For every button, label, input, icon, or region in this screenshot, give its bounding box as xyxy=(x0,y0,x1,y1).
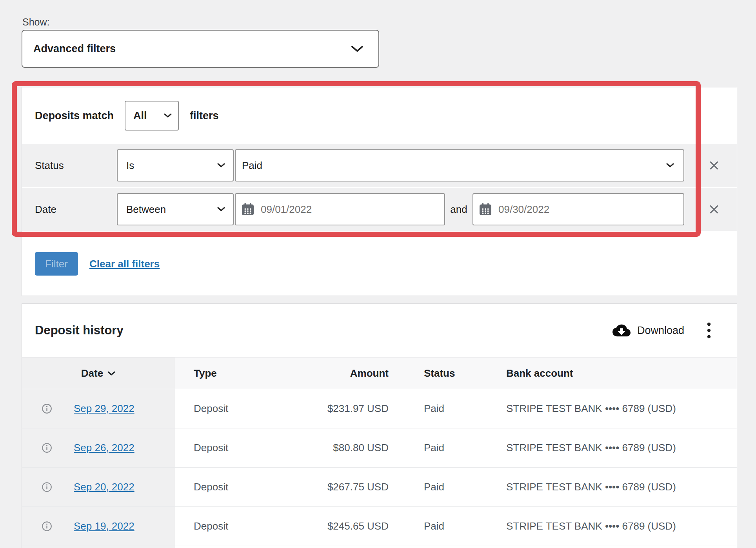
table-row-partial xyxy=(22,546,737,548)
advanced-filters-dropdown[interactable]: Advanced filters xyxy=(22,30,379,68)
date-operator-value: Between xyxy=(126,203,166,216)
deposit-date-link[interactable]: Sep 19, 2022 xyxy=(74,507,134,546)
deposit-amount: $267.75 USD xyxy=(257,468,389,506)
deposit-amount: $80.80 USD xyxy=(257,428,389,467)
column-header-status: Status xyxy=(424,357,455,389)
deposit-bank-account: STRIPE TEST BANK •••• 6789 (USD) xyxy=(506,428,676,467)
calendar-icon xyxy=(478,201,493,217)
table-row: Sep 19, 2022 Deposit $245.65 USD Paid ST… xyxy=(22,507,737,546)
sorted-column-highlight xyxy=(22,546,175,548)
status-filter-label: Status xyxy=(35,144,64,187)
date-filter-label: Date xyxy=(35,188,56,231)
date-from-value: 09/01/2022 xyxy=(261,203,312,216)
status-value-select[interactable]: Paid xyxy=(235,149,684,181)
table-row: Sep 29, 2022 Deposit $231.97 USD Paid ST… xyxy=(22,389,737,428)
deposit-type: Deposit xyxy=(194,468,228,506)
date-to-input[interactable]: 09/30/2022 xyxy=(472,193,684,225)
info-icon xyxy=(42,521,52,532)
date-from-input[interactable]: 09/01/2022 xyxy=(235,193,445,225)
deposit-type: Deposit xyxy=(194,428,228,467)
table-header-row: Date Type Amount Status Bank account xyxy=(22,357,737,389)
cloud-download-icon xyxy=(612,321,631,339)
close-icon xyxy=(708,159,720,172)
info-icon xyxy=(42,443,52,453)
close-icon xyxy=(708,203,720,216)
deposit-info-button[interactable] xyxy=(42,468,52,506)
status-operator-value: Is xyxy=(126,160,134,172)
date-to-value: 09/30/2022 xyxy=(498,203,549,216)
deposit-status: Paid xyxy=(424,389,444,428)
status-filter-row: Status Is Paid xyxy=(22,144,737,187)
deposits-match-suffix: filters xyxy=(190,110,219,122)
column-header-bank-account: Bank account xyxy=(506,357,573,389)
info-icon xyxy=(42,482,52,492)
date-range-conjunction: and xyxy=(445,188,472,231)
sort-chevron-down-icon xyxy=(107,371,116,376)
chevron-down-icon xyxy=(351,45,363,53)
date-filter-row: Date Between 09/ xyxy=(22,188,737,231)
deposit-status: Paid xyxy=(424,428,444,467)
deposit-status: Paid xyxy=(424,468,444,506)
deposit-bank-account: STRIPE TEST BANK •••• 6789 (USD) xyxy=(506,389,676,428)
chevron-down-icon xyxy=(217,163,225,168)
deposit-bank-account: STRIPE TEST BANK •••• 6789 (USD) xyxy=(506,507,676,546)
deposit-info-button[interactable] xyxy=(42,428,52,467)
chevron-down-icon xyxy=(164,113,172,118)
deposit-info-button[interactable] xyxy=(42,507,52,546)
deposit-amount: $245.65 USD xyxy=(257,507,389,546)
info-icon xyxy=(42,403,52,414)
calendar-icon xyxy=(240,201,256,217)
column-header-type: Type xyxy=(194,357,217,389)
deposit-info-button[interactable] xyxy=(42,389,52,428)
match-mode-value: All xyxy=(133,110,147,122)
column-header-date-label: Date xyxy=(81,367,103,379)
deposits-match-prefix: Deposits match xyxy=(35,110,114,122)
deposit-type: Deposit xyxy=(194,389,228,428)
status-value: Paid xyxy=(242,160,262,172)
deposit-history-title: Deposit history xyxy=(35,323,610,338)
deposit-status: Paid xyxy=(424,507,444,546)
deposits-page: Show: Advanced filters Deposits match Al… xyxy=(0,0,756,548)
download-label: Download xyxy=(637,325,684,337)
kebab-vertical-icon xyxy=(707,322,711,339)
deposit-history-panel: Deposit history Download Date xyxy=(22,303,737,548)
deposit-history-header: Deposit history Download xyxy=(22,304,737,357)
download-button[interactable]: Download xyxy=(610,321,687,340)
advanced-filters-panel: Deposits match All filters Status Is Pai… xyxy=(22,87,737,296)
deposit-date-link[interactable]: Sep 29, 2022 xyxy=(74,389,134,428)
deposit-date-link[interactable]: Sep 20, 2022 xyxy=(74,468,134,506)
status-operator-select[interactable]: Is xyxy=(117,149,234,181)
more-options-button[interactable] xyxy=(705,320,713,341)
advanced-filters-value: Advanced filters xyxy=(33,43,351,55)
date-operator-select[interactable]: Between xyxy=(117,193,234,225)
remove-status-filter-button[interactable] xyxy=(703,144,725,187)
deposit-amount: $231.97 USD xyxy=(257,389,389,428)
match-mode-select[interactable]: All xyxy=(125,101,179,131)
filter-button[interactable]: Filter xyxy=(35,252,78,276)
deposits-match-row: Deposits match All filters xyxy=(22,87,737,144)
clear-all-filters-link[interactable]: Clear all filters xyxy=(89,252,160,276)
show-filter-label: Show: xyxy=(22,16,49,28)
column-header-date[interactable]: Date xyxy=(22,357,175,389)
deposit-date-link[interactable]: Sep 26, 2022 xyxy=(74,428,134,467)
chevron-down-icon xyxy=(666,163,674,168)
chevron-down-icon xyxy=(217,207,225,212)
table-row: Sep 26, 2022 Deposit $80.80 USD Paid STR… xyxy=(22,428,737,468)
table-row: Sep 20, 2022 Deposit $267.75 USD Paid ST… xyxy=(22,468,737,507)
deposit-bank-account: STRIPE TEST BANK •••• 6789 (USD) xyxy=(506,468,676,506)
column-header-amount: Amount xyxy=(257,357,389,389)
remove-date-filter-button[interactable] xyxy=(703,188,725,231)
deposit-type: Deposit xyxy=(194,507,228,546)
